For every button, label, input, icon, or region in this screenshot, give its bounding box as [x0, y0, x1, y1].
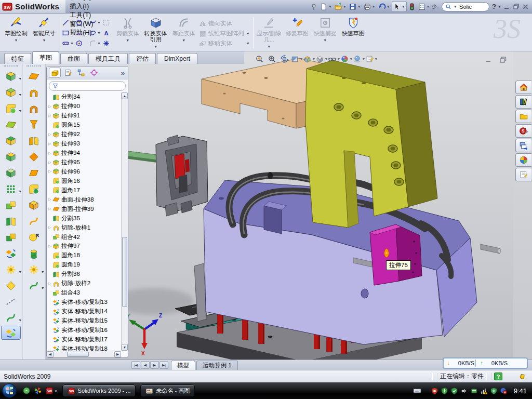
vcol1-item-4[interactable] — [1, 132, 21, 149]
study-tab-0[interactable]: 模型 — [171, 361, 195, 370]
vcol1-item-1[interactable]: ▼ — [1, 84, 21, 100]
toolbar-trim-button[interactable]: 剪裁实体▼ — [114, 15, 142, 48]
vcol1-item-3[interactable] — [1, 116, 21, 132]
expander-icon[interactable]: ▷ — [47, 114, 52, 118]
taskpane-tab-palette[interactable] — [515, 139, 531, 152]
tray-icon-card-4[interactable] — [470, 387, 478, 395]
tree-horizontal-scrollbar[interactable]: ◀ ▶ — [47, 351, 121, 357]
scroll-right-button[interactable]: ▶ — [114, 351, 121, 357]
tree-item[interactable]: ▷ 切除-放样2 — [47, 279, 121, 288]
sketch-circle-button[interactable]: ▼ — [75, 18, 88, 28]
doc-restore-button[interactable] — [499, 56, 507, 63]
expander-icon[interactable]: ▷ — [47, 142, 52, 146]
tree-item[interactable]: 组合42 — [47, 232, 121, 242]
taskbar-window-1[interactable]: 未命名 - 画图 — [140, 384, 195, 397]
vcol2-item-12[interactable]: ▼ — [24, 261, 44, 277]
expander-icon[interactable]: ▷ — [47, 225, 52, 230]
tray-icon-shield-6[interactable] — [490, 387, 498, 395]
tray-icon-shield-1[interactable] — [441, 387, 448, 395]
start-button[interactable] — [2, 383, 17, 398]
vcol1-item-6[interactable] — [1, 165, 21, 181]
toolbar-convert-button[interactable]: 转换实体引用▼ — [142, 15, 170, 50]
tree-vertical-scrollbar[interactable]: ▲ ▼ — [121, 92, 128, 351]
quick-options-button[interactable]: ▼ — [417, 2, 431, 12]
tray-icon-antenna-5[interactable]: ! — [480, 387, 488, 395]
tab-1[interactable]: 草图 — [32, 51, 59, 64]
sketch-line-button[interactable]: ▼ — [62, 18, 74, 28]
toolbar-showdel-button[interactable]: 显示/删除几...▼ — [255, 15, 283, 50]
taskbar-window-0[interactable]: SWSolidWorks 2009 - ... — [62, 384, 136, 397]
tray-icon-shield-0[interactable] — [431, 387, 438, 395]
sketch-filletArc-button[interactable]: ▼ — [89, 38, 101, 48]
toolbar-sketch-button[interactable]: 草图绘制▼ — [2, 15, 30, 48]
manager-tab-hier[interactable] — [75, 68, 87, 78]
tray-icon-shield-2[interactable] — [450, 387, 458, 395]
sketch-slot-button[interactable]: ▼ — [62, 38, 74, 48]
tree-item[interactable]: 分割34 — [47, 92, 121, 102]
hud-section-button[interactable]: ▼ — [291, 54, 303, 64]
tab-4[interactable]: 评估 — [129, 53, 156, 64]
sketch-arc-button[interactable]: ▼ — [75, 28, 88, 38]
tags-icon[interactable] — [518, 373, 527, 381]
vcol1-item-15[interactable]: ▼ — [1, 310, 21, 326]
tree-item[interactable]: 实体-移动/复制16 — [47, 325, 121, 335]
study-nav-button-1[interactable]: ◀ — [141, 361, 150, 369]
quick-cursor-button[interactable]: ▼ — [392, 2, 407, 12]
sketch-ellipse-button[interactable]: ▼ — [89, 28, 101, 38]
tree-item[interactable]: ▷ 拉伸94 — [47, 149, 121, 158]
sketch-dashrect-button[interactable] — [102, 18, 110, 28]
quicklaunch-pinwheel[interactable] — [34, 387, 42, 395]
expander-icon[interactable]: ▷ — [47, 104, 52, 109]
vcol2-item-1[interactable] — [24, 84, 44, 100]
study-nav-button-2[interactable]: ▶ — [150, 361, 159, 369]
restore-button[interactable] — [512, 3, 521, 10]
quicklaunch-swcube[interactable]: SW — [45, 387, 54, 395]
menu-item-3[interactable]: 插入(I) — [65, 2, 97, 11]
slider-block-part[interactable] — [370, 224, 422, 285]
sketch-poly-button[interactable] — [75, 38, 88, 48]
manager-tab-noteic[interactable] — [62, 68, 74, 78]
tray-icon-ball2-7[interactable] — [500, 387, 508, 395]
tree-item[interactable]: ▷ 曲面-拉伸38 — [47, 195, 121, 204]
vcol2-item-11[interactable] — [24, 245, 44, 261]
toolbar-overflow[interactable]: 少.. — [432, 3, 440, 10]
hud-appearance-button[interactable]: ▼ — [341, 54, 353, 64]
vcol1-item-0[interactable]: ▼ — [1, 68, 21, 84]
vcol2-item-4[interactable] — [24, 132, 44, 149]
expander-icon[interactable]: ▷ — [47, 207, 52, 211]
toolbar-dim-button[interactable]: 智能尺寸▼ — [30, 15, 58, 48]
quicklaunch-msn[interactable] — [22, 387, 31, 395]
tree-item[interactable]: 圆角16 — [47, 176, 121, 185]
quick-save-button[interactable]: ▼ — [348, 2, 362, 12]
search-input[interactable]: Solic — [459, 4, 472, 10]
tree-item[interactable]: ▷ 拉伸92 — [47, 130, 121, 139]
scroll-thumb[interactable] — [67, 352, 89, 357]
vcol2-item-7[interactable] — [24, 181, 44, 197]
tree-item[interactable]: ▷ 拉伸96 — [47, 167, 121, 177]
tree-item[interactable]: ▷ 拉伸93 — [47, 139, 121, 149]
tree-filter-box[interactable] — [49, 81, 126, 91]
tree-item[interactable]: 实体-移动/复制18 — [47, 344, 121, 351]
taskpane-tab-folder2[interactable] — [515, 110, 531, 123]
sketch-textA-button[interactable]: A — [102, 28, 110, 38]
sketch-rect-button[interactable]: ▼ — [62, 28, 74, 38]
vcol1-item-8[interactable] — [1, 197, 21, 213]
vcol2-item-2[interactable] — [24, 100, 44, 116]
scroll-down-button[interactable]: ▼ — [122, 344, 128, 351]
study-nav-button-3[interactable]: ▶| — [159, 361, 168, 369]
tree-item[interactable]: ▷ 拉伸90 — [47, 102, 121, 111]
tab-2[interactable]: 曲面 — [60, 53, 87, 64]
toolbar-offsetE-button[interactable]: 等距实体▼ — [170, 15, 198, 48]
vcol1-item-7[interactable]: ▼ — [1, 181, 21, 197]
tree-item[interactable]: 圆角18 — [47, 251, 121, 260]
hud-glasses-button[interactable]: ▼ — [328, 54, 340, 64]
manager-tabs-overflow[interactable]: » — [121, 69, 126, 77]
vcol2-item-6[interactable] — [24, 165, 44, 181]
manager-tab-featmgr[interactable] — [49, 68, 61, 78]
tree-item[interactable]: ▷ 拉伸91 — [47, 111, 121, 121]
hud-displaystyle-button[interactable]: ▼ — [316, 54, 328, 64]
vcol2-item-5[interactable] — [24, 149, 44, 165]
vcol1-item-11[interactable] — [1, 245, 21, 261]
tab-0[interactable]: 特征 — [4, 53, 31, 64]
tab-5[interactable]: DimXpert — [157, 53, 197, 64]
